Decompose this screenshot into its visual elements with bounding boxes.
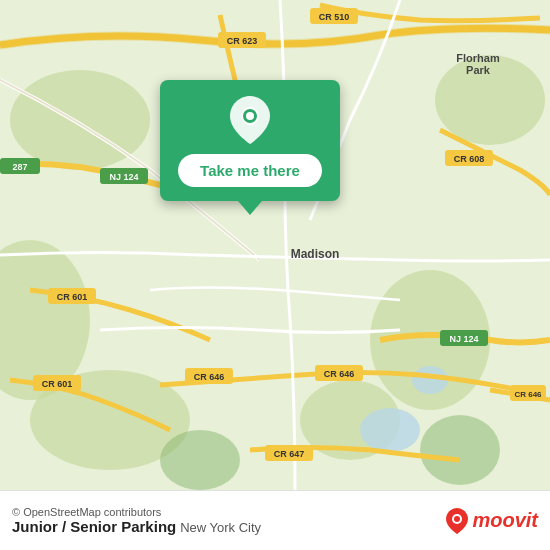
bottom-text-group: © OpenStreetMap contributors Junior / Se…	[12, 506, 261, 535]
svg-text:CR 623: CR 623	[227, 36, 258, 46]
take-me-there-button[interactable]: Take me there	[178, 154, 322, 187]
svg-text:CR 646: CR 646	[324, 369, 355, 379]
svg-point-5	[435, 55, 545, 145]
svg-point-41	[246, 112, 254, 120]
svg-text:CR 608: CR 608	[454, 154, 485, 164]
location-pin-icon	[230, 96, 270, 144]
svg-text:CR 510: CR 510	[319, 12, 350, 22]
svg-point-7	[160, 430, 240, 490]
location-city: New York City	[180, 520, 261, 535]
bottom-bar: © OpenStreetMap contributors Junior / Se…	[0, 490, 550, 550]
svg-text:Florham: Florham	[456, 52, 500, 64]
moovit-logo: moovit	[446, 508, 538, 534]
svg-point-9	[360, 408, 420, 452]
svg-text:CR 646: CR 646	[194, 372, 225, 382]
location-name: Junior / Senior Parking	[12, 518, 176, 535]
moovit-brand-text: moovit	[472, 509, 538, 532]
svg-point-43	[454, 516, 460, 522]
svg-text:Park: Park	[466, 64, 491, 76]
osm-credit: © OpenStreetMap contributors	[12, 506, 261, 518]
svg-text:287: 287	[12, 162, 27, 172]
location-icon-wrapper	[228, 98, 272, 142]
moovit-pin-icon	[446, 508, 468, 534]
svg-point-8	[420, 415, 500, 485]
svg-text:NJ 124: NJ 124	[109, 172, 138, 182]
svg-text:CR 601: CR 601	[57, 292, 88, 302]
map-background: CR 510 CR 623 CR 623 NJ 124 NJ 124 CR 60…	[0, 0, 550, 490]
svg-text:CR 601: CR 601	[42, 379, 73, 389]
svg-text:NJ 124: NJ 124	[449, 334, 478, 344]
svg-text:CR 647: CR 647	[274, 449, 305, 459]
svg-text:Madison: Madison	[291, 247, 340, 261]
svg-text:CR 646: CR 646	[514, 390, 542, 399]
map-container[interactable]: CR 510 CR 623 CR 623 NJ 124 NJ 124 CR 60…	[0, 0, 550, 490]
popup-card: Take me there	[160, 80, 340, 201]
